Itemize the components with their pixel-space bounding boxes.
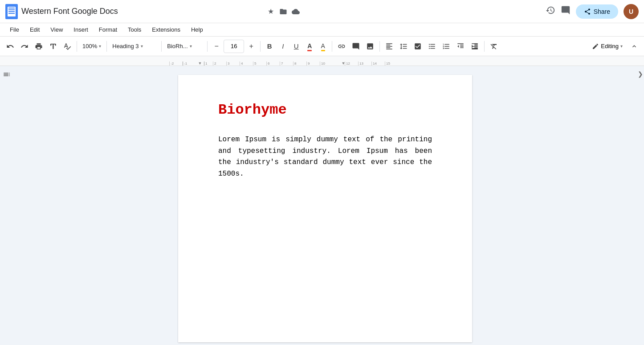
decrease-indent-button[interactable]	[454, 39, 467, 53]
right-sidebar: ❯	[637, 66, 644, 345]
increase-font-size-button[interactable]: +	[245, 39, 257, 53]
editing-chevron: ▾	[620, 44, 623, 49]
outline-icon[interactable]	[3, 70, 11, 80]
menu-bar: File Edit View Insert Format Tools Exten…	[0, 23, 644, 37]
title-bar: Western Font Google Docs ★ Share U	[0, 0, 644, 23]
comment-add-button[interactable]	[349, 39, 363, 53]
menu-edit[interactable]: Edit	[25, 25, 44, 35]
underline-button[interactable]: U	[290, 39, 302, 53]
menu-format[interactable]: Format	[94, 25, 122, 35]
font-chevron: ▾	[190, 44, 192, 49]
separator-4	[207, 41, 208, 52]
checklist-button[interactable]	[411, 39, 424, 53]
left-sidebar	[0, 66, 13, 345]
spellcheck-button[interactable]	[61, 39, 74, 53]
share-button[interactable]: Share	[576, 4, 618, 19]
print-button[interactable]	[32, 39, 45, 53]
toolbar: 100% ▾ Heading 3 ▾ BioRh... ▾ − + B I U …	[0, 37, 644, 56]
image-button[interactable]	[363, 39, 377, 53]
undo-button[interactable]	[4, 39, 17, 53]
separator-6	[332, 41, 332, 52]
menu-view[interactable]: View	[46, 25, 67, 35]
editing-mode-button[interactable]: Editing ▾	[587, 41, 627, 52]
collapse-toolbar-button[interactable]	[628, 39, 640, 53]
line-spacing-button[interactable]	[397, 39, 410, 53]
history-icon[interactable]	[546, 5, 555, 17]
align-button[interactable]	[383, 39, 396, 53]
comment-icon[interactable]	[561, 5, 571, 17]
highlight-button[interactable]: A	[317, 39, 329, 53]
ruler: -2 -1 ▼ 1 2 3 4 5 6 7 8 9 10 ▼ 12 13 14 …	[0, 56, 644, 66]
bullet-list-button[interactable]	[425, 39, 439, 53]
separator-5	[260, 41, 261, 52]
font-selector[interactable]: BioRh... ▾	[164, 39, 204, 53]
share-label: Share	[594, 8, 610, 15]
text-color-button[interactable]: A	[303, 39, 316, 53]
document-body[interactable]: Lorem Ipsum is simply dummy text of the …	[218, 134, 432, 180]
zoom-selector[interactable]: 100% ▾	[80, 39, 104, 53]
menu-tools[interactable]: Tools	[123, 25, 146, 35]
cloud-icon[interactable]	[292, 8, 300, 16]
link-button[interactable]	[335, 39, 348, 53]
italic-button[interactable]: I	[277, 39, 289, 53]
document-page: Biorhyme Lorem Ipsum is simply dummy tex…	[178, 75, 472, 342]
star-icon[interactable]: ★	[267, 8, 275, 16]
document-area[interactable]: Biorhyme Lorem Ipsum is simply dummy tex…	[13, 66, 637, 345]
zoom-chevron: ▾	[99, 44, 101, 49]
title-icons: ★	[267, 8, 300, 16]
menu-help[interactable]: Help	[187, 25, 208, 35]
separator-7	[379, 41, 380, 52]
user-avatar[interactable]: U	[624, 4, 639, 19]
numbered-list-button[interactable]	[440, 39, 453, 53]
menu-insert[interactable]: Insert	[69, 25, 93, 35]
document-heading: Biorhyme	[218, 102, 432, 118]
separator-3	[161, 41, 162, 52]
collapse-panel-icon[interactable]: ❯	[638, 70, 643, 78]
folder-icon[interactable]	[279, 8, 287, 16]
style-chevron: ▾	[141, 44, 143, 49]
paintformat-button[interactable]	[46, 39, 60, 53]
separator-2	[106, 41, 107, 52]
font-size-input[interactable]	[224, 40, 244, 53]
style-selector[interactable]: Heading 3 ▾	[110, 39, 159, 53]
document-title: Western Font Google Docs	[21, 7, 260, 16]
highlight-indicator	[321, 50, 325, 51]
main-area: Biorhyme Lorem Ipsum is simply dummy tex…	[0, 66, 644, 345]
app-icon	[5, 4, 18, 19]
increase-indent-button[interactable]	[468, 39, 481, 53]
text-color-indicator	[307, 50, 312, 51]
separator-1	[77, 41, 77, 52]
menu-extensions[interactable]: Extensions	[147, 25, 185, 35]
menu-file[interactable]: File	[5, 25, 24, 35]
redo-button[interactable]	[18, 39, 31, 53]
clear-format-button[interactable]	[487, 39, 501, 53]
separator-8	[484, 41, 485, 52]
decrease-font-size-button[interactable]: −	[210, 39, 223, 53]
bold-button[interactable]: B	[263, 39, 276, 53]
